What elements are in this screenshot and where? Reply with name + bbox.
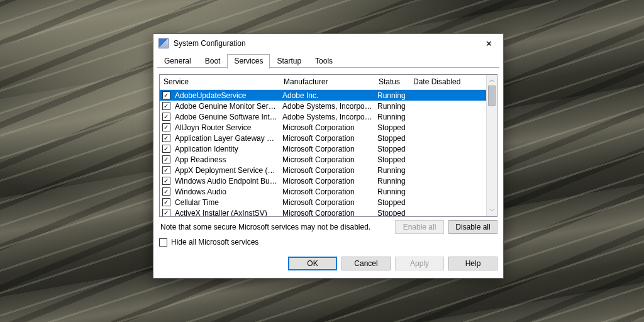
tab-general[interactable]: General [157,54,198,68]
cell-status: Stopped [375,134,409,143]
table-row[interactable]: ✓Cellular TimeMicrosoft CorporationStopp… [160,197,497,208]
apply-button[interactable]: Apply [395,257,444,270]
enable-all-button[interactable]: Enable all [395,220,444,234]
close-button[interactable]: ✕ [474,34,503,53]
tabstrip: General Boot Services Startup Tools [153,53,503,68]
row-checkbox[interactable]: ✓ [160,209,172,216]
row-checkbox[interactable]: ✓ [160,155,172,164]
col-header-status[interactable]: Status [375,75,409,89]
scroll-up-arrow-icon[interactable]: ︿ [487,75,497,86]
tab-label: Boot [205,57,221,65]
services-list[interactable]: Service Manufacturer Status Date Disable… [159,74,497,217]
cell-status: Running [375,187,409,196]
checkbox-icon: ✓ [162,166,170,174]
table-row[interactable]: ✓ActiveX Installer (AxInstSV)Microsoft C… [160,208,497,216]
note-text: Note that some secure Microsoft services… [160,223,370,231]
cell-status: Running [375,166,409,175]
row-checkbox[interactable]: ✓ [160,113,172,121]
cell-service: Adobe Genuine Software Integri... [172,113,280,121]
cell-manufacturer: Microsoft Corporation [280,123,375,132]
scroll-down-arrow-icon[interactable]: ﹀ [487,206,497,216]
cell-service: AllJoyn Router Service [172,123,280,132]
cell-manufacturer: Microsoft Corporation [280,187,375,196]
cell-manufacturer: Microsoft Corporation [280,209,375,217]
row-checkbox[interactable]: ✓ [160,166,172,174]
note-row: Note that some secure Microsoft services… [160,220,497,234]
cell-manufacturer: Adobe Systems, Incorpora... [280,113,375,121]
cell-service: AppX Deployment Service (App... [172,166,280,175]
row-checkbox[interactable]: ✓ [160,91,172,99]
list-body[interactable]: ✓AdobeUpdateServiceAdobe Inc.Running✓Ado… [160,90,497,216]
tab-tools[interactable]: Tools [308,54,340,68]
row-checkbox[interactable]: ✓ [160,145,172,153]
table-row[interactable]: ✓Application IdentityMicrosoft Corporati… [160,143,497,154]
tab-boot[interactable]: Boot [198,54,228,68]
dialog-button-row: OK Cancel Apply Help [153,249,503,278]
cell-service: Application Identity [172,145,280,153]
list-header: Service Manufacturer Status Date Disable… [160,75,497,90]
help-button[interactable]: Help [448,257,497,270]
table-row[interactable]: ✓Application Layer Gateway ServiceMicros… [160,133,497,143]
msconfig-icon [158,38,169,48]
cell-status: Stopped [375,123,409,132]
table-row[interactable]: ✓Adobe Genuine Software Integri...Adobe … [160,111,497,122]
row-checkbox[interactable]: ✓ [160,198,172,206]
scroll-track[interactable] [487,86,497,206]
cell-status: Running [375,177,409,186]
checkbox-icon: ✓ [162,198,170,206]
cell-status: Stopped [375,145,409,153]
row-checkbox[interactable]: ✓ [160,123,172,131]
cell-service: App Readiness [172,155,280,164]
cell-service: Windows Audio [172,187,280,196]
cell-service: AdobeUpdateService [172,91,280,100]
cell-manufacturer: Microsoft Corporation [280,155,375,164]
cell-service: Adobe Genuine Monitor Service [172,102,280,111]
checkbox-icon: ✓ [162,145,170,153]
table-row[interactable]: ✓AppX Deployment Service (App...Microsof… [160,165,497,175]
cell-status: Running [375,102,409,111]
hide-ms-services-checkbox[interactable]: Hide all Microsoft services [159,238,497,247]
table-row[interactable]: ✓Windows Audio Endpoint BuilderMicrosoft… [160,175,497,186]
col-header-date-disabled[interactable]: Date Disabled [409,75,475,89]
cell-status: Running [375,113,409,121]
cell-status: Stopped [375,209,409,217]
services-tabpage: Service Manufacturer Status Date Disable… [159,70,497,247]
table-row[interactable]: ✓AllJoyn Router ServiceMicrosoft Corpora… [160,122,497,133]
cell-manufacturer: Microsoft Corporation [280,134,375,143]
disable-all-button[interactable]: Disable all [448,220,497,234]
checkbox-icon: ✓ [162,177,170,185]
row-checkbox[interactable]: ✓ [160,187,172,196]
tab-label: Tools [315,57,333,65]
table-row[interactable]: ✓Adobe Genuine Monitor ServiceAdobe Syst… [160,101,497,111]
checkbox-icon: ✓ [162,102,170,110]
window-title: System Configuration [174,39,474,48]
cell-manufacturer: Microsoft Corporation [280,177,375,186]
row-checkbox[interactable]: ✓ [160,134,172,142]
tab-label: General [164,57,191,65]
ok-button[interactable]: OK [288,257,337,270]
vertical-scrollbar[interactable]: ︿ ﹀ [486,75,497,216]
titlebar[interactable]: System Configuration ✕ [153,34,503,53]
checkbox-icon: ✓ [162,134,170,142]
cell-status: Stopped [375,198,409,207]
tab-services[interactable]: Services [227,54,270,69]
tab-startup[interactable]: Startup [270,54,308,68]
cell-status: Stopped [375,155,409,164]
cell-service: Windows Audio Endpoint Builder [172,177,280,186]
system-configuration-dialog: System Configuration ✕ General Boot Serv… [153,33,504,279]
tab-label: Startup [277,57,301,65]
checkbox-icon: ✓ [162,91,170,99]
row-checkbox[interactable]: ✓ [160,177,172,185]
cancel-button[interactable]: Cancel [341,257,391,270]
table-row[interactable]: ✓Windows AudioMicrosoft CorporationRunni… [160,186,497,197]
cell-manufacturer: Microsoft Corporation [280,198,375,207]
checkbox-icon: ✓ [162,155,170,164]
col-header-service[interactable]: Service [160,75,280,89]
table-row[interactable]: ✓App ReadinessMicrosoft CorporationStopp… [160,154,497,165]
table-row[interactable]: ✓AdobeUpdateServiceAdobe Inc.Running [160,90,497,101]
scroll-thumb[interactable] [488,86,496,106]
hide-ms-label: Hide all Microsoft services [171,238,258,247]
row-checkbox[interactable]: ✓ [160,102,172,110]
close-icon: ✕ [486,39,492,48]
col-header-manufacturer[interactable]: Manufacturer [280,75,375,89]
